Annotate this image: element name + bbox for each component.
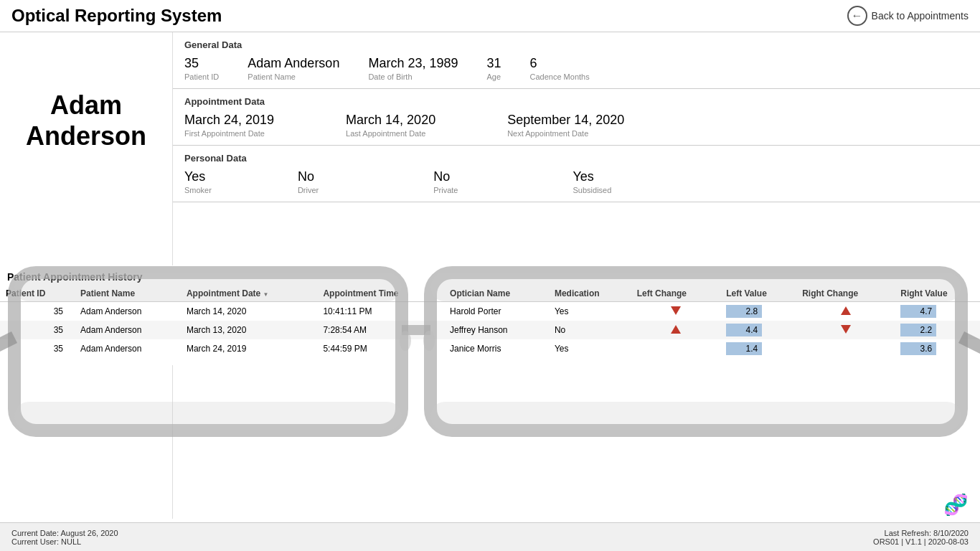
back-to-appointments-button[interactable]: ← Back to Appointments [847, 6, 969, 26]
driver-value: No [298, 169, 319, 184]
patient-name-label: Patient Name [248, 72, 339, 81]
history-table: Patient ID Patient Name Appointment Date… [0, 286, 980, 358]
table-row: 35 Adam Anderson March 24, 2019 5:44:59 … [0, 339, 980, 358]
left-change-arrow-up-icon [671, 325, 681, 334]
table-header-row: Patient ID Patient Name Appointment Date… [0, 286, 980, 302]
table-row: 35 Adam Anderson March 14, 2020 10:41:11… [0, 302, 980, 321]
col-medication: Medication [549, 286, 631, 302]
back-arrow-icon: ← [847, 6, 867, 26]
subsidised-value: Yes [573, 169, 612, 184]
col-appt-date: Appointment Date ▼ [181, 286, 317, 302]
cell-appt-time: 5:44:59 PM [317, 339, 444, 358]
cell-left-change [631, 302, 720, 321]
col-patient-id: Patient ID [0, 286, 75, 302]
age-value: 31 [486, 56, 501, 71]
general-data-section: General Data 35 Patient ID Adam Anderson… [173, 32, 980, 89]
current-date: Current Date: August 26, 2020 [11, 529, 118, 537]
subsidised-label: Subsidised [573, 186, 612, 194]
cell-optician-name: Janice Morris [444, 339, 549, 358]
sort-arrow-icon: ▼ [263, 291, 269, 298]
col-patient-name: Patient Name [75, 286, 181, 302]
system-info: ORS01 | V1.1 | 2020-08-03 [873, 537, 969, 546]
cell-medication: No [549, 321, 631, 339]
personal-data-title: Personal Data [184, 153, 969, 164]
cell-medication: Yes [549, 302, 631, 321]
cell-appt-date: March 14, 2020 [181, 302, 317, 321]
col-right-value: Right Value [895, 286, 980, 302]
patient-name-value: Adam Anderson [248, 56, 339, 71]
back-button-label: Back to Appointments [872, 10, 969, 22]
cell-appt-date: March 24, 2019 [181, 339, 317, 358]
col-right-change: Right Change [796, 286, 895, 302]
cell-patient-id: 35 [0, 302, 75, 321]
current-user: Current User: NULL [11, 537, 118, 546]
driver-label: Driver [298, 186, 319, 194]
col-appt-time: Appointment Time [317, 286, 444, 302]
cell-patient-id: 35 [0, 339, 75, 358]
dna-icon: 🧬 [943, 493, 969, 517]
private-label: Private [433, 186, 458, 194]
col-left-value: Left Value [720, 286, 796, 302]
cell-appt-time: 10:41:11 PM [317, 302, 444, 321]
cell-right-change [796, 302, 895, 321]
patient-id-label: Patient ID [184, 72, 219, 81]
cell-left-value: 1.4 [720, 339, 796, 358]
footer-left: Current Date: August 26, 2020 Current Us… [11, 529, 118, 546]
history-table-title: Patient Appointment History [0, 265, 980, 286]
cell-patient-id: 35 [0, 321, 75, 339]
cell-right-change [796, 321, 895, 339]
right-change-arrow-up-icon [841, 306, 851, 315]
general-data-title: General Data [184, 39, 969, 50]
cell-appt-date: March 13, 2020 [181, 321, 317, 339]
cell-patient-name: Adam Anderson [75, 339, 181, 358]
cell-left-change [631, 339, 720, 358]
cell-appt-time: 7:28:54 AM [317, 321, 444, 339]
smoker-label: Smoker [184, 186, 212, 194]
col-left-change: Left Change [631, 286, 720, 302]
table-row: 35 Adam Anderson March 13, 2020 7:28:54 … [0, 321, 980, 339]
cell-optician-name: Harold Porter [444, 302, 549, 321]
last-appt-value: March 14, 2020 [346, 113, 435, 128]
cell-optician-name: Jeffrey Hanson [444, 321, 549, 339]
left-change-arrow-down-icon [671, 306, 681, 315]
appointment-data-title: Appointment Data [184, 96, 969, 107]
patient-name-large: Adam Anderson [26, 90, 146, 151]
smoker-value: Yes [184, 169, 212, 184]
last-refresh: Last Refresh: 8/10/2020 [885, 529, 969, 537]
cell-left-value: 2.8 [720, 302, 796, 321]
cell-left-change [631, 321, 720, 339]
cell-patient-name: Adam Anderson [75, 321, 181, 339]
cadence-value: 6 [530, 56, 590, 71]
cell-medication: Yes [549, 339, 631, 358]
footer-right: Last Refresh: 8/10/2020 ORS01 | V1.1 | 2… [873, 529, 969, 546]
right-change-arrow-down-icon [841, 325, 851, 334]
cell-right-change [796, 339, 895, 358]
cadence-label: Cadence Months [530, 72, 590, 81]
first-appt-value: March 24, 2019 [184, 113, 274, 128]
patient-id-value: 35 [184, 56, 219, 71]
private-value: No [433, 169, 458, 184]
app-title: Optical Reporting System [11, 6, 222, 26]
next-appt-label: Next Appointment Date [507, 129, 624, 138]
next-appt-value: September 14, 2020 [507, 113, 624, 128]
appointment-data-section: Appointment Data March 24, 2019 First Ap… [173, 89, 980, 146]
dob-label: Date of Birth [368, 72, 458, 81]
cell-left-value: 4.4 [720, 321, 796, 339]
cell-right-value: 4.7 [895, 302, 980, 321]
history-table-section: Patient Appointment History Patient ID P… [0, 265, 980, 365]
dob-value: March 23, 1989 [368, 56, 458, 71]
cell-right-value: 2.2 [895, 321, 980, 339]
cell-patient-name: Adam Anderson [75, 302, 181, 321]
last-appt-label: Last Appointment Date [346, 129, 435, 138]
cell-right-value: 3.6 [895, 339, 980, 358]
age-label: Age [486, 72, 501, 81]
col-optician-name: Optician Name [444, 286, 549, 302]
first-appt-label: First Appointment Date [184, 129, 274, 138]
personal-data-section: Personal Data Yes Smoker No Driver No Pr… [173, 146, 980, 202]
